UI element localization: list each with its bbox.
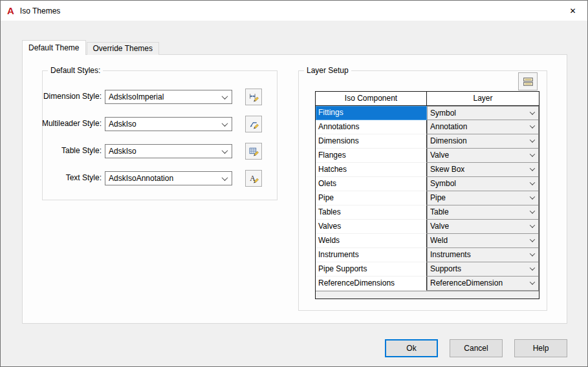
dimension-style-value: AdskIsoImperial bbox=[109, 92, 164, 101]
chevron-down-icon bbox=[530, 194, 535, 199]
layer-table-row[interactable]: WeldsWeld bbox=[316, 234, 539, 248]
chevron-down-icon bbox=[222, 120, 228, 127]
iso-component-cell[interactable]: ReferenceDimensions bbox=[316, 277, 427, 291]
chevron-down-icon bbox=[530, 123, 535, 128]
layer-value: Instruments bbox=[430, 250, 471, 259]
layer-cell: Weld bbox=[427, 234, 539, 248]
iso-component-cell[interactable]: Dimensions bbox=[316, 134, 427, 149]
multileader-style-edit-icon bbox=[248, 119, 259, 130]
layer-combobox[interactable]: Weld bbox=[427, 234, 539, 248]
table-header-row: Iso Component Layer bbox=[316, 92, 539, 106]
layer-cell: Valve bbox=[427, 149, 539, 163]
layer-combobox[interactable]: ReferenceDimension bbox=[427, 277, 539, 291]
layer-combobox[interactable]: Valve bbox=[427, 149, 539, 163]
layer-combobox[interactable]: Skew Box bbox=[427, 163, 539, 177]
table-footer-strip bbox=[316, 291, 539, 299]
table-style-edit-icon bbox=[248, 146, 259, 157]
iso-component-cell[interactable]: Flanges bbox=[316, 149, 427, 163]
layer-combobox[interactable]: Symbol bbox=[427, 106, 539, 120]
iso-themes-dialog: A Iso Themes ✕ Default Theme Override Th… bbox=[0, 0, 588, 367]
iso-component-cell[interactable]: Fittings bbox=[316, 106, 427, 120]
layer-table-row[interactable]: FlangesValve bbox=[316, 149, 539, 163]
layer-cell: Symbol bbox=[427, 106, 539, 120]
layer-combobox[interactable]: Annotation bbox=[427, 120, 539, 134]
chevron-down-icon bbox=[530, 151, 535, 156]
tab-panel: Default Styles: Dimension Style:AdskIsoI… bbox=[22, 54, 567, 324]
column-header-layer: Layer bbox=[427, 92, 539, 105]
close-icon: ✕ bbox=[569, 6, 576, 16]
layer-value: Valve bbox=[430, 151, 449, 160]
layer-list-icon bbox=[522, 76, 534, 87]
chevron-down-icon bbox=[530, 137, 535, 142]
layer-cell: Table bbox=[427, 205, 539, 220]
multileader-style-edit-button[interactable] bbox=[245, 116, 262, 132]
layer-cell: Valve bbox=[427, 220, 539, 234]
iso-component-cell[interactable]: Valves bbox=[316, 220, 427, 234]
iso-component-cell[interactable]: Instruments bbox=[316, 248, 427, 262]
iso-component-cell[interactable]: Hatches bbox=[316, 163, 427, 177]
layer-list-button[interactable] bbox=[518, 72, 538, 90]
dimension-style-edit-icon bbox=[248, 92, 259, 103]
layer-table-row[interactable]: TablesTable bbox=[316, 205, 539, 220]
layer-table-row[interactable]: OletsSymbol bbox=[316, 177, 539, 191]
layer-cell: Dimension bbox=[427, 134, 539, 149]
layer-combobox[interactable]: Instruments bbox=[427, 248, 539, 262]
text-style-combobox[interactable]: AdskIsoAnnotation bbox=[105, 171, 232, 185]
layer-table-row[interactable]: HatchesSkew Box bbox=[316, 163, 539, 177]
help-button[interactable]: Help bbox=[514, 339, 567, 357]
multileader-style-label: Multileader Style: bbox=[42, 119, 102, 128]
close-button[interactable]: ✕ bbox=[558, 1, 587, 21]
cancel-button[interactable]: Cancel bbox=[450, 339, 503, 357]
iso-component-cell[interactable]: Pipe bbox=[316, 191, 427, 205]
multileader-style-combobox[interactable]: AdskIso bbox=[105, 117, 232, 131]
layer-table-row[interactable]: ValvesValve bbox=[316, 220, 539, 234]
chevron-down-icon bbox=[530, 208, 535, 213]
layer-table-row[interactable]: DimensionsDimension bbox=[316, 134, 539, 149]
layer-table-row[interactable]: FittingsSymbol bbox=[316, 106, 539, 120]
text-style-edit-button[interactable]: A bbox=[245, 170, 262, 187]
layer-cell: ReferenceDimension bbox=[427, 277, 539, 291]
layer-cell: Supports bbox=[427, 262, 539, 277]
layer-value: Symbol bbox=[430, 179, 456, 188]
style-field-row: Dimension Style:AdskIsoImperial bbox=[43, 89, 277, 105]
table-style-value: AdskIso bbox=[109, 147, 136, 156]
layer-table-row[interactable]: AnnotationsAnnotation bbox=[316, 120, 539, 134]
layer-combobox[interactable]: Dimension bbox=[427, 134, 539, 149]
chevron-down-icon bbox=[530, 165, 535, 171]
layer-value: Skew Box bbox=[430, 165, 464, 174]
iso-component-cell[interactable]: Welds bbox=[316, 234, 427, 248]
chevron-down-icon bbox=[530, 236, 535, 242]
layer-combobox[interactable]: Valve bbox=[427, 220, 539, 234]
tab-override-themes[interactable]: Override Themes bbox=[87, 42, 159, 55]
chevron-down-icon bbox=[222, 174, 228, 181]
iso-component-cell[interactable]: Olets bbox=[316, 177, 427, 191]
table-style-combobox[interactable]: AdskIso bbox=[105, 144, 232, 158]
table-style-edit-button[interactable] bbox=[245, 143, 262, 160]
multileader-style-value: AdskIso bbox=[109, 120, 136, 129]
dimension-style-edit-button[interactable] bbox=[245, 89, 262, 105]
iso-component-cell[interactable]: Pipe Supports bbox=[316, 262, 427, 277]
window-title: Iso Themes bbox=[20, 6, 60, 16]
layer-value: ReferenceDimension bbox=[430, 278, 503, 288]
layer-combobox[interactable]: Symbol bbox=[427, 177, 539, 191]
style-field-row: Text Style:AdskIsoAnnotationA bbox=[43, 170, 277, 187]
layer-table-row[interactable]: Pipe SupportsSupports bbox=[316, 262, 539, 277]
table-body: FittingsSymbolAnnotationsAnnotationDimen… bbox=[316, 106, 539, 291]
dimension-style-combobox[interactable]: AdskIsoImperial bbox=[105, 90, 232, 104]
layer-table-row[interactable]: PipePipe bbox=[316, 191, 539, 205]
layer-value: Table bbox=[430, 207, 449, 216]
layer-cell: Symbol bbox=[427, 177, 539, 191]
iso-component-cell[interactable]: Annotations bbox=[316, 120, 427, 134]
layer-table-row[interactable]: InstrumentsInstruments bbox=[316, 248, 539, 262]
layer-combobox[interactable]: Supports bbox=[427, 262, 539, 277]
text-style-value: AdskIsoAnnotation bbox=[109, 174, 173, 183]
layer-cell: Skew Box bbox=[427, 163, 539, 177]
layer-combobox[interactable]: Table bbox=[427, 205, 539, 220]
layer-combobox[interactable]: Pipe bbox=[427, 191, 539, 205]
style-field-row: Table Style:AdskIso bbox=[43, 143, 277, 160]
tab-default-theme[interactable]: Default Theme bbox=[22, 40, 86, 55]
layer-table-row[interactable]: ReferenceDimensionsReferenceDimension bbox=[316, 277, 539, 291]
autocad-logo-icon: A bbox=[7, 6, 14, 16]
iso-component-cell[interactable]: Tables bbox=[316, 205, 427, 220]
ok-button[interactable]: Ok bbox=[385, 339, 438, 357]
